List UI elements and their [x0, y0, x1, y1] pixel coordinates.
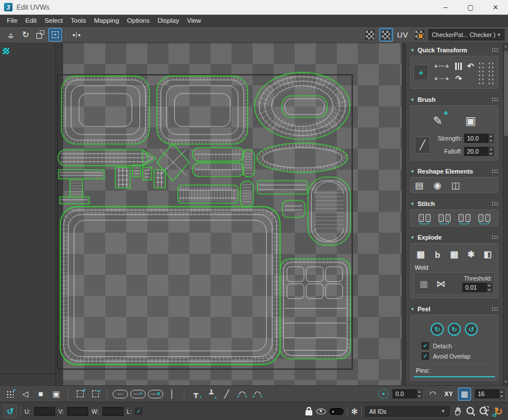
close-button[interactable]: ✕ [483, 0, 508, 14]
edge-loop-grow-button[interactable]: —+ [130, 390, 146, 398]
stitch-custom-button[interactable] [416, 211, 433, 225]
edge-loop-button[interactable]: — [113, 390, 128, 398]
eye-icon[interactable] [316, 409, 326, 414]
coordinate-value[interactable]: 0.0 [393, 389, 416, 398]
mirror-tool-button[interactable]: ▸ │ ◂ [69, 28, 83, 42]
strength-spinner[interactable]: 10.0 ▲▼ [464, 134, 494, 143]
soft-selection-button[interactable]: + [3, 388, 16, 401]
show-map-toggle[interactable] [379, 28, 393, 42]
edge-loop-remove-button[interactable]: —✕ [148, 390, 163, 398]
avoid-overlap-checkbox[interactable]: ✓ [422, 352, 429, 360]
move-tool-button[interactable]: ↔ ↕ [4, 28, 18, 42]
spinner-up-icon[interactable]: ▲ [486, 283, 492, 287]
align-edge-down-button[interactable]: ┳▾ [189, 388, 203, 401]
scroll-down-icon[interactable]: ▼ [503, 379, 508, 385]
seam-pill-button[interactable] [329, 408, 344, 415]
vertex-mode-button[interactable]: ◁ [19, 388, 32, 401]
rollout-header-explode[interactable]: ▼ Explode [406, 232, 503, 242]
stitch-average-button[interactable] [456, 211, 473, 225]
align-pivot-button[interactable]: + [414, 64, 428, 80]
spinner-up-icon[interactable]: ▲ [488, 134, 494, 138]
rollout-header-reshape[interactable]: ▼ Reshape Elements [406, 166, 503, 176]
rotate-tool-button[interactable]: ↻ [19, 28, 32, 42]
spinner-arrows[interactable]: ▲▼ [499, 389, 505, 398]
scale-tool-button[interactable] [34, 28, 47, 42]
coordinate-spinner[interactable]: 0.0 ▲▼ [393, 389, 422, 398]
menu-edit[interactable]: Edit [22, 16, 41, 25]
rotate-cw-button[interactable]: ↷ [455, 74, 462, 83]
face-mode-button[interactable]: ■ [34, 388, 47, 401]
maximize-button[interactable]: ▢ [458, 0, 483, 14]
minimize-button[interactable]: – [433, 0, 458, 14]
grid-size-value[interactable]: 16 [475, 389, 499, 398]
threshold-value[interactable]: 0.01 [462, 283, 486, 292]
align-grid-handle-right[interactable] [487, 60, 494, 84]
edit-seams-button[interactable]: ◠ [236, 388, 249, 401]
uv-editor-canvas[interactable] [56, 43, 405, 385]
spinner-up-icon[interactable]: ▲ [499, 389, 505, 394]
peel-mode-button[interactable]: ↻ [448, 323, 461, 336]
lock-icon[interactable] [305, 407, 313, 416]
quick-peel-button[interactable]: ↻ [431, 323, 444, 336]
flatten-mesh-button[interactable]: ▦ [414, 248, 428, 261]
menu-view[interactable]: View [183, 16, 205, 25]
point-to-point-seam-button[interactable]: ◠ [251, 388, 264, 401]
rotate-view-button[interactable]: ↻ ↺ [492, 405, 505, 418]
spinner-down-icon[interactable]: ▼ [488, 138, 494, 143]
spinner-arrows[interactable]: ▲▼ [416, 389, 422, 398]
show-grid-toggle[interactable] [364, 28, 377, 42]
paint-select-button[interactable]: ╱ [220, 388, 233, 401]
grid-size-spinner[interactable]: 16 ▲▼ [475, 389, 505, 398]
spinner-down-icon[interactable]: ▼ [488, 151, 494, 156]
relax-brush-button[interactable]: ▣ [462, 112, 480, 129]
zoom-button[interactable] [466, 406, 476, 416]
spinner-down-icon[interactable]: ▼ [499, 394, 505, 398]
panel-scrollbar[interactable]: ▲ ▼ [503, 43, 508, 385]
texture-list-dropdown[interactable]: CheckerPat... Checker ) ▼ [428, 29, 505, 40]
spinner-up-icon[interactable]: ▲ [488, 147, 494, 151]
menu-select[interactable]: Select [40, 16, 67, 25]
absolute-mode-toggle[interactable] [378, 389, 389, 399]
align-horizontal-button[interactable]: ++ [432, 61, 451, 71]
lock-aspect-checkbox[interactable]: ✓ [135, 407, 142, 415]
freeze-toggle[interactable]: ✻ [351, 407, 358, 416]
spinner-down-icon[interactable]: ▼ [486, 287, 492, 292]
rollout-header-peel[interactable]: ▼ Peel [406, 303, 503, 314]
element-mode-button[interactable]: ▣ [49, 388, 63, 401]
reshape-cube-button[interactable]: ◫ [448, 179, 463, 191]
menu-mapping[interactable]: Mapping [90, 16, 123, 25]
texture-checker-button[interactable] [412, 28, 426, 42]
edge-ring-button[interactable]: │ [166, 388, 179, 401]
falloff-value[interactable]: 20.0 [464, 147, 488, 156]
strength-value[interactable]: 10.0 [464, 134, 488, 143]
align-vertical-button[interactable]: ++ [432, 74, 451, 83]
v-input[interactable] [67, 407, 88, 416]
zoom-region-button[interactable] [479, 406, 489, 416]
detach-checkbox[interactable]: ✓ [422, 342, 429, 349]
menu-file[interactable]: File [3, 16, 22, 25]
transform-refresh-button[interactable]: ↺ [3, 405, 17, 418]
scrollbar-thumb[interactable] [504, 51, 508, 136]
rollout-header-quick-transform[interactable]: ▼ Quick Transform [406, 44, 503, 55]
threshold-spinner[interactable]: 0.01 ▲▼ [462, 283, 492, 292]
align-edge-up-button[interactable]: ┻▴ [205, 388, 218, 401]
pan-hand-button[interactable] [453, 406, 462, 416]
scroll-up-icon[interactable]: ▲ [503, 43, 508, 50]
break-button[interactable]: ◧ [481, 248, 495, 261]
menu-display[interactable]: Display [154, 16, 183, 25]
freeform-mode-button[interactable]: + [48, 28, 62, 42]
flatten-by-group-button[interactable]: b [430, 248, 444, 261]
align-grid-handle-left[interactable] [477, 60, 484, 84]
flatten-grid-button[interactable]: ▦ [447, 248, 461, 261]
stitch-source-button[interactable] [436, 211, 453, 225]
uv-wireframe[interactable] [56, 43, 405, 385]
falloff-curve-button[interactable]: ╱ [415, 137, 430, 154]
material-id-filter-dropdown[interactable]: All IDs ▼ [365, 406, 449, 417]
rollout-header-brush[interactable]: ▼ Brush [406, 94, 503, 105]
snap-grid-toggle[interactable]: ▦ [458, 388, 471, 401]
stitch-target-button[interactable] [476, 211, 493, 225]
target-weld-button[interactable]: ⋈ [433, 276, 448, 291]
spinner-arrows[interactable]: ▲▼ [486, 283, 492, 292]
relax-element-button[interactable]: ▤ [412, 179, 427, 191]
paint-move-brush-button[interactable]: ✎✚ [429, 112, 447, 129]
